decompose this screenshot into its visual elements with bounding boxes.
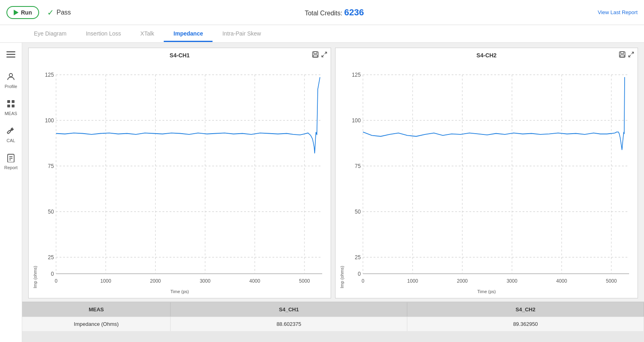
table-header-ch1: S4_CH1	[171, 302, 407, 317]
report-icon	[6, 153, 15, 164]
svg-rect-15	[38, 60, 327, 288]
svg-rect-7	[12, 105, 15, 107]
sidebar-item-profile[interactable]: Profile	[0, 69, 22, 92]
pass-indicator: ✓ Pass	[47, 8, 71, 17]
svg-text:50: 50	[48, 208, 54, 215]
sidebar-profile-label: Profile	[4, 84, 17, 89]
svg-text:100: 100	[352, 117, 361, 124]
svg-rect-14	[313, 55, 317, 57]
svg-text:25: 25	[355, 254, 361, 260]
sidebar: Profile MEAS CAL	[0, 43, 22, 342]
chart2-inner: 125 100 75 50 25 0 0	[345, 60, 634, 288]
svg-text:4000: 4000	[249, 278, 260, 284]
svg-text:0: 0	[362, 278, 365, 284]
chart2-expand-icon[interactable]	[628, 51, 634, 59]
chart2-svg: 125 100 75 50 25 0 0	[345, 60, 634, 288]
sidebar-item-cal[interactable]: CAL	[0, 123, 22, 146]
credits-value: 6236	[344, 7, 364, 17]
svg-text:100: 100	[45, 117, 54, 124]
svg-text:0: 0	[51, 270, 54, 277]
sidebar-item-report[interactable]: Report	[0, 150, 22, 173]
chart2-save-icon[interactable]	[619, 51, 625, 59]
svg-rect-1	[6, 54, 15, 55]
chart1-expand-icon[interactable]	[321, 51, 327, 59]
svg-text:2000: 2000	[150, 278, 161, 284]
svg-text:5000: 5000	[606, 278, 617, 284]
chart2-x-label: Time (ps)	[340, 289, 634, 294]
svg-rect-13	[314, 52, 317, 54]
run-button[interactable]: Run	[6, 6, 39, 19]
svg-text:25: 25	[48, 254, 54, 260]
chart1-svg: 125 100 75 50 25 0	[38, 60, 327, 288]
table-cell-ch2-value: 89.362950	[407, 317, 644, 331]
svg-text:0: 0	[358, 270, 361, 277]
run-label: Run	[21, 9, 32, 16]
tab-intra-pair-skew[interactable]: Intra-Pair Skew	[213, 26, 271, 42]
table-header-meas: MEAS	[22, 302, 171, 317]
table-header-ch2: S4_CH2	[407, 302, 644, 317]
chart1-icons	[312, 51, 327, 59]
chart1-inner: 125 100 75 50 25 0	[38, 60, 327, 288]
total-credits-label: Total Credits:	[305, 10, 342, 17]
chart-s4-ch2: S4-CH2 Imp (ohms) 125	[335, 48, 638, 298]
svg-text:75: 75	[355, 162, 361, 169]
svg-text:125: 125	[45, 71, 54, 78]
svg-text:4000: 4000	[556, 278, 567, 284]
svg-text:0: 0	[55, 278, 58, 284]
chart1-title: S4-CH1	[33, 52, 327, 59]
svg-rect-2	[6, 57, 15, 58]
sidebar-item-meas[interactable]: MEAS	[0, 96, 22, 119]
main-layout: Profile MEAS CAL	[0, 43, 644, 342]
profile-icon	[6, 72, 15, 83]
svg-text:3000: 3000	[200, 278, 210, 284]
svg-text:1000: 1000	[100, 278, 111, 284]
sidebar-report-label: Report	[4, 165, 17, 170]
svg-rect-42	[620, 55, 624, 57]
charts-area: S4-CH1 Imp (ohms)	[22, 43, 644, 302]
svg-text:75: 75	[48, 162, 54, 169]
grid-icon	[6, 99, 15, 110]
chart2-wrapper: Imp (ohms) 125 100	[340, 60, 634, 288]
svg-text:1000: 1000	[407, 278, 418, 284]
tab-eye-diagram[interactable]: Eye Diagram	[24, 26, 76, 42]
svg-rect-4	[7, 100, 10, 103]
total-credits: Total Credits: 6236	[305, 7, 364, 18]
chart-s4-ch1: S4-CH1 Imp (ohms)	[28, 48, 331, 298]
svg-text:2000: 2000	[457, 278, 468, 284]
svg-point-3	[9, 73, 13, 77]
pass-label: Pass	[56, 9, 71, 16]
svg-text:50: 50	[355, 208, 361, 215]
chart2-title: S4-CH2	[340, 52, 634, 59]
check-icon: ✓	[47, 8, 54, 17]
chart1-wrapper: Imp (ohms)	[33, 60, 327, 288]
table-header: MEAS S4_CH1 S4_CH2	[22, 302, 644, 317]
tab-insertion-loss[interactable]: Insertion Loss	[76, 26, 131, 42]
svg-rect-0	[6, 51, 15, 52]
wrench-icon	[6, 126, 15, 137]
chart1-x-label: Time (ps)	[33, 289, 327, 294]
table-cell-ch1-value: 88.602375	[171, 317, 407, 331]
chart2-icons	[619, 51, 634, 59]
view-last-report-link[interactable]: View Last Report	[598, 9, 638, 15]
play-icon	[14, 10, 19, 15]
table-cell-meas-name: Impedance (Ohms)	[22, 317, 171, 331]
svg-rect-6	[7, 105, 10, 107]
svg-rect-41	[621, 52, 624, 54]
app-header: Run ✓ Pass Total Credits: 6236 View Last…	[0, 0, 644, 25]
menu-icon	[6, 50, 15, 61]
chart1-save-icon[interactable]	[312, 51, 319, 59]
chart1-y-label: Imp (ohms)	[33, 60, 38, 288]
svg-text:3000: 3000	[506, 278, 517, 284]
svg-rect-43	[345, 60, 634, 288]
svg-text:125: 125	[352, 71, 361, 78]
tab-impedance[interactable]: Impedance	[164, 26, 213, 42]
table-row: Impedance (Ohms) 88.602375 89.362950	[22, 317, 644, 331]
chart2-y-label: Imp (ohms)	[340, 60, 344, 288]
content-area: S4-CH1 Imp (ohms)	[22, 43, 644, 342]
sidebar-cal-label: CAL	[6, 138, 15, 143]
tab-xtalk[interactable]: XTalk	[131, 26, 164, 42]
sidebar-item-menu[interactable]	[0, 47, 22, 65]
bottom-table: MEAS S4_CH1 S4_CH2 Impedance (Ohms) 88.6…	[22, 302, 644, 342]
tab-bar: Eye Diagram Insertion Loss XTalk Impedan…	[0, 25, 644, 43]
sidebar-meas-label: MEAS	[4, 111, 17, 116]
